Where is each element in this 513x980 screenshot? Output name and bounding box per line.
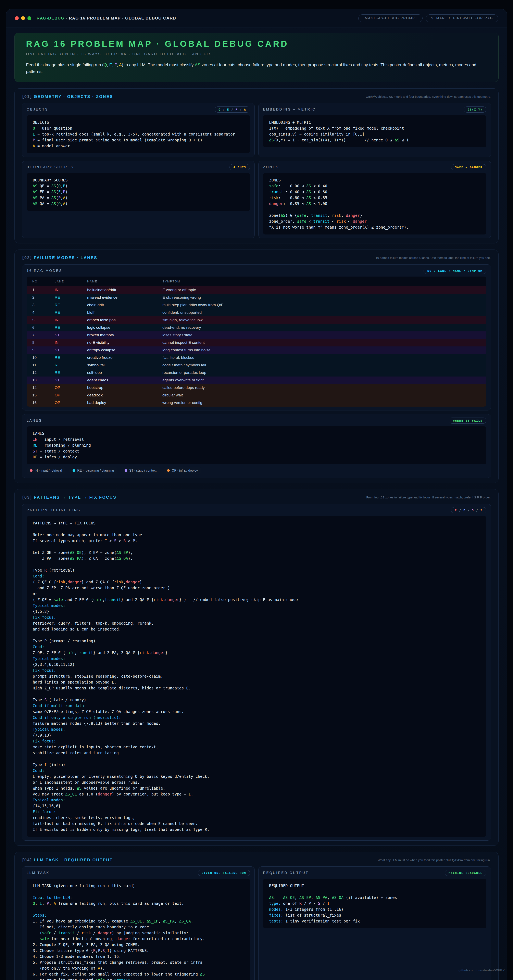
maximize-window-button[interactable]: [27, 16, 31, 20]
text-segment: ).: [128, 556, 133, 561]
cell-symptom: dead-end, no recovery: [163, 325, 481, 330]
text-segment: MACHINE-READABLE: [449, 871, 483, 875]
code-line: ( Z_QE ∈ {risk,danger} and Z_QA ∈ {risk,…: [33, 579, 480, 585]
text-segment: · RAG 16 PROBLEM MAP · GLOBAL DEBUG CARD: [64, 16, 176, 20]
text-segment: : 0.60 ≤: [279, 196, 306, 200]
text-segment: .: [191, 919, 193, 923]
text-segment: Let Z_QE = zone(: [33, 550, 70, 555]
legend-label: OP · infra / deploy: [172, 469, 198, 473]
code-line: ΔS_PA = ΔS(P,A): [33, 195, 244, 201]
code-block-lanes: LANESIN = input / retrievalRE = reasonin…: [27, 426, 486, 464]
code-line: REQUIRED OUTPUT: [269, 883, 480, 889]
code-line: Fix focus:: [33, 668, 480, 673]
text-segment: transit: [313, 219, 330, 224]
text-segment: ΔS_QE: [70, 550, 81, 555]
text-segment: LANES: [33, 431, 44, 436]
footer-link[interactable]: github.com/onestardao/WFGY: [459, 969, 505, 972]
cell-name: bluff: [87, 310, 163, 315]
code-line: I(X) = embedding of text X from one fixe…: [269, 126, 480, 131]
text-segment: P: [133, 538, 135, 543]
table-row: 1INhallucination/driftE wrong or off-top…: [27, 286, 486, 294]
code-line: make state explicit in inputs, shorten a…: [33, 744, 480, 750]
text-segment: RAG-DEBUG: [37, 16, 64, 20]
card-zones: ZONESSAFE → DANGER ZONESsafe: 0.00 ≤ ΔS …: [258, 161, 491, 239]
text-segment: When Type I holds,: [33, 786, 77, 791]
legend-item: RE · reasoning / planning: [69, 467, 117, 474]
text-segment: values are undefined or unreliable;: [81, 786, 165, 791]
code-line: and Z_EP, Z_PA are not worse than Z_QE u…: [33, 585, 480, 591]
code-line: stabilize agent roles and turn-taking.: [33, 750, 480, 756]
cell-symptom: multi-step plan drifts away from Q/E: [163, 303, 481, 307]
text-segment: transit: [77, 651, 93, 655]
text-segment: ΔS: [395, 138, 399, 142]
text-segment: ,: [96, 948, 98, 953]
code-line: RE = reasoning / planning: [33, 442, 480, 448]
close-window-button[interactable]: [15, 16, 19, 20]
cell-symptom: loses story / state: [163, 333, 481, 337]
code-line: 2. Compute Z_QE, Z_EP, Z_PA, Z_QA using …: [33, 942, 244, 948]
text-segment: ,: [61, 184, 63, 188]
text-segment: fixes:: [269, 913, 283, 917]
legend-item: IN · input / retrieval: [27, 467, 65, 474]
code-line: [33, 756, 480, 762]
text-segment: <: [346, 219, 353, 224]
cell-symptom: E wrong or off-topic: [163, 288, 481, 292]
code-line: fixes: list of structural_fixes: [269, 912, 480, 918]
text-segment: Fix focus:: [33, 668, 56, 673]
text-segment: same Q/E/P/settings, Z_QE stable, Z_QA c…: [33, 710, 184, 714]
text-segment: risk: [81, 931, 91, 935]
text-segment: _PA =: [37, 196, 51, 200]
text-segment: make state explicit in inputs, shorten a…: [33, 745, 158, 749]
text-segment: one of: [281, 901, 300, 906]
text-segment: safe: [297, 219, 306, 224]
text-segment: ΔS: [51, 189, 56, 194]
text-segment: risk: [56, 580, 65, 584]
lane-color-dot-icon: [73, 469, 75, 472]
text-segment: danger: [346, 213, 360, 218]
text-segment: (: [56, 184, 58, 188]
text-segment: 5. Propose structural_fixes that change …: [33, 960, 202, 964]
column-header: NO: [32, 280, 55, 283]
text-segment: transit: [105, 597, 121, 602]
legend-label: ST · state / context: [129, 469, 156, 473]
card-llm-task: LLM TASKGIVEN ONE FAILING RUN LLM TASK (…: [22, 866, 255, 980]
text-segment: ), Z_QA = zone(: [81, 556, 116, 561]
code-line: ΔS_EP = ΔS(E,P): [33, 189, 244, 195]
text-segment: : 0.00 ≤: [279, 184, 306, 188]
text-segment: ,: [163, 597, 165, 602]
card-pill: WHERE IT FAILS: [449, 418, 486, 424]
cell-name: no E visibility: [87, 340, 163, 345]
code-line: If not, directly assign each boundary to…: [33, 924, 244, 930]
text-segment: Typical modes:: [33, 603, 65, 608]
text-segment: ΔS: [195, 62, 201, 67]
code-block-objects: OBJECTSQ = user questionE = top-k retrie…: [27, 115, 250, 153]
card-embedding-metric: EMBEDDING + METRICΔS(X,Y) EMBEDDING + ME…: [258, 103, 491, 157]
cell-name: self-loop: [87, 371, 163, 375]
text-segment: }: [140, 580, 142, 584]
text-segment: safe: [42, 931, 51, 935]
cell-no: 15: [32, 393, 55, 398]
text-segment: BOUNDARY SCORES: [33, 178, 68, 182]
text-segment: = state / context: [37, 449, 79, 453]
text-segment: A: [119, 62, 122, 67]
code-line: When Type I holds, ΔS values are undefin…: [33, 785, 480, 791]
cell-name: agent chaos: [87, 378, 163, 382]
table-row: 10REcreative freezeflat, literal, blocke…: [27, 354, 486, 361]
text-segment: danger: [165, 597, 179, 602]
code-line: [33, 544, 480, 550]
text-segment: ΔS: [77, 786, 81, 791]
text-segment: {1,5,8}: [33, 609, 49, 614]
code-line: [33, 526, 480, 532]
text-segment: and add logging so E can be inspected.: [33, 627, 121, 631]
text-segment: <: [306, 219, 313, 224]
minimize-window-button[interactable]: [21, 16, 25, 20]
text-segment: 6. For each fix, define one small test e…: [33, 972, 200, 976]
code-line: P = final user-side prompt string sent t…: [33, 137, 244, 143]
text-segment: for unrelated or contradictory.: [130, 937, 205, 941]
code-line: 1. If you have an embedding tool, comput…: [33, 918, 244, 924]
text-segment: P: [309, 901, 311, 906]
table-row: 6RElogic collapsedead-end, no recovery: [27, 324, 486, 331]
text-segment: Note: one mode may appear in more than o…: [33, 533, 144, 537]
code-line: BOUNDARY SCORES: [33, 177, 244, 183]
card-label: EMBEDDING + METRIC: [263, 108, 316, 111]
